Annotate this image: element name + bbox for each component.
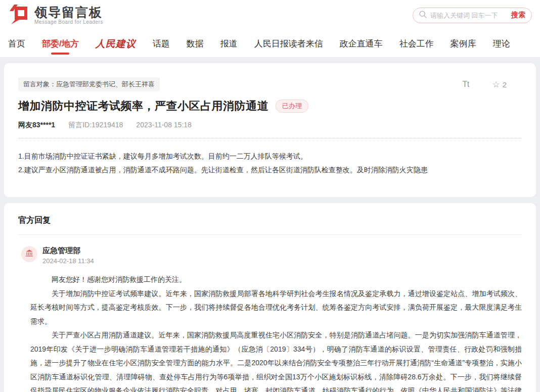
nav-item-gov-enterprise[interactable]: 政企直通车 [340,38,383,50]
dotted-divider [18,138,522,138]
official-reply-card: 官方回复 [4,203,536,392]
logo-title: 领导留言板 [34,6,103,19]
reply-body: 网友您好！感谢您对消防救援工作的关注。 关于增加消防中控证考试频率建议。近年来，… [30,273,522,392]
message-body: 1.目前市场消防中控证证书紧缺，建议每月多增加考试次数。目前约一二万人排队等候考… [18,150,522,177]
nav-item-ministries-local[interactable]: 部委/地方 [42,38,79,50]
logo-subtitle: Message Board for Leaders [34,20,103,25]
nav-item-data[interactable]: 数据 [187,38,204,50]
reply-agency-name: 应急管理部 [42,246,94,256]
reply-divider [18,234,522,235]
nav-item-social-work[interactable]: 社会工作 [399,38,434,50]
status-badge: 已办理 [276,100,308,113]
site-header: 领导留言板 Message Board for Leaders 搜索 [0,0,540,30]
message-card: 留言对象：应急管理部党委书记、部长王祥喜 Tt ☆ 2 增加消防中控证考试频率，… [4,63,536,197]
nav-item-reports[interactable]: 报道 [220,38,238,50]
search-input[interactable] [430,12,511,19]
site-logo[interactable]: 领导留言板 Message Board for Leaders [8,3,103,27]
nav-item-theory[interactable]: 理论 [493,38,510,50]
font-size-toggle[interactable]: Tt [462,79,469,89]
message-target-tag: 留言对象：应急管理部党委书记、部长王祥喜 [18,77,160,91]
search-box[interactable]: 搜索 [413,8,532,23]
agency-avatar [21,246,37,262]
government-building-icon [25,249,34,260]
nav-item-topics[interactable]: 话题 [153,38,170,50]
page-main: 留言对象：应急管理部党委书记、部长王祥喜 Tt ☆ 2 增加消防中控证考试频率，… [0,57,540,392]
official-reply-heading: 官方回复 [18,215,522,226]
nav-item-case-library[interactable]: 案例库 [451,38,476,50]
nav-item-home[interactable]: 首页 [8,38,25,50]
reply-paragraph: 关于严查小区占用消防通道建议。近年来，国家消防救援局高度重视住宅小区消防安全，特… [30,328,522,392]
logo-speech-bubble-icon [8,3,30,27]
message-datetime: 2023-11-08 15:18 [136,121,192,129]
nav-item-people-suggestions[interactable]: 人民建议 [96,37,136,51]
message-author: 网友83****1 [18,121,55,130]
reply-paragraph: 网友您好！感谢您对消防救援工作的关注。 [30,273,522,287]
message-id: 留言ID:19219418 [68,121,123,130]
message-body-line: 2.建议严查小区消防通道被占用，消防通道不成环路问题。先让街道检查，然后让各区街… [18,163,522,177]
star-favorite-button[interactable]: ☆ 2 [492,79,507,90]
nav-item-reader-letters[interactable]: 人民日报读者来信 [254,38,323,50]
search-button[interactable]: 搜索 [511,11,525,20]
main-nav: 首页 部委/地方 人民建议 话题 数据 报道 人民日报读者来信 政企直通车 社会… [0,30,540,57]
reply-datetime: 2024-02-18 11:34 [42,257,94,265]
star-count: 2 [503,80,507,89]
message-title: 增加消防中控证考试频率，严查小区占用消防通道 [18,99,268,114]
star-icon: ☆ [492,79,500,90]
reply-paragraph: 关于增加消防中控证考试频率建议。近年来，国家消防救援局部署各地科学研判社会考生报… [30,287,522,329]
message-body-line: 1.目前市场消防中控证证书紧缺，建议每月多增加考试次数。目前约一二万人排队等候考… [18,150,522,163]
search-icon [419,11,427,20]
